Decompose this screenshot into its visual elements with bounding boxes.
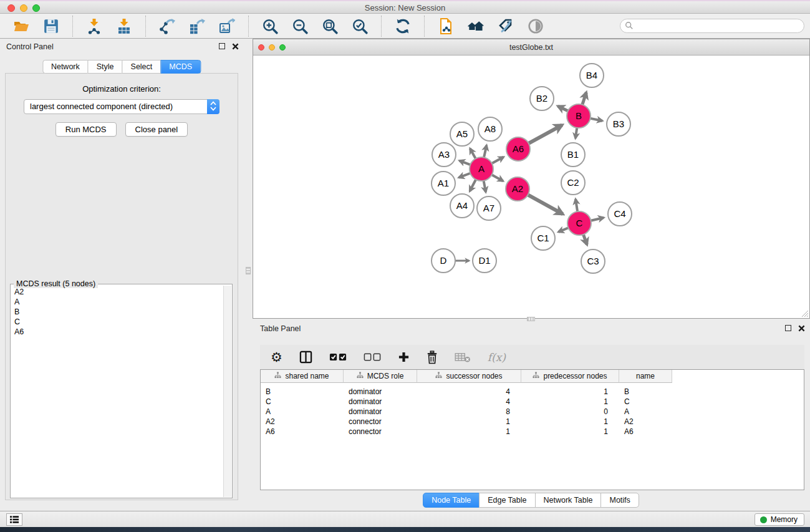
delete-column-icon[interactable] [427, 349, 438, 365]
table-cell[interactable]: 4 [417, 397, 521, 407]
column-header-MCDS-role[interactable]: MCDS role [344, 370, 417, 383]
table-row[interactable]: Cdominator41C [261, 397, 804, 407]
select-all-columns-icon[interactable] [329, 349, 347, 365]
resize-corner[interactable] [801, 310, 809, 317]
tab-edge-table[interactable]: Edge Table [479, 493, 535, 508]
result-item[interactable]: A6 [14, 327, 220, 337]
edge-C-C4[interactable] [590, 218, 604, 221]
horizontal-splitter-grip[interactable] [527, 317, 535, 321]
network-canvas[interactable]: AA1A2A3A4A5A6A7A8BB1B2B3B4CC1C2C3C4DD1 [253, 56, 809, 318]
table-cell[interactable]: 4 [417, 387, 521, 397]
save-session-icon[interactable] [42, 17, 60, 35]
add-column-icon[interactable] [398, 349, 410, 365]
table-cell[interactable]: dominator [344, 397, 417, 407]
edge-A6-B[interactable] [528, 125, 562, 144]
table-row[interactable]: Bdominator41B [261, 387, 804, 397]
float-table-panel-icon[interactable] [785, 325, 791, 331]
table-cell[interactable]: 1 [521, 427, 619, 437]
edge-C-C2[interactable] [576, 199, 577, 213]
column-header-successor-nodes[interactable]: successor nodes [417, 370, 521, 383]
run-mcds-button[interactable]: Run MCDS [55, 122, 117, 137]
zoom-out-icon[interactable] [291, 17, 309, 35]
column-header-shared-name[interactable]: shared name [261, 370, 344, 383]
result-item[interactable]: A2 [14, 287, 220, 297]
table-cell[interactable]: connector [344, 427, 417, 437]
export-image-icon[interactable] [218, 17, 236, 35]
tab-select[interactable]: Select [122, 60, 162, 74]
tab-network-table[interactable]: Network Table [535, 493, 602, 508]
tab-style[interactable]: Style [88, 60, 123, 74]
zoom-in-icon[interactable] [261, 17, 279, 35]
edge-A-A5[interactable] [470, 148, 476, 160]
table-row[interactable]: A6connector11A6 [261, 427, 804, 437]
export-network-icon[interactable] [158, 17, 176, 35]
close-panel-icon[interactable] [231, 42, 239, 50]
edge-A-A1[interactable] [459, 173, 471, 178]
zoom-selected-icon[interactable] [351, 17, 369, 35]
memory-button[interactable]: Memory [755, 513, 804, 526]
table-cell[interactable]: 1 [521, 397, 619, 407]
float-panel-icon[interactable] [219, 43, 225, 49]
tab-node-table[interactable]: Node Table [423, 493, 480, 508]
table-cell[interactable]: C [619, 397, 672, 407]
criterion-select[interactable]: largest connected component (directed) [24, 99, 219, 114]
table-cell[interactable]: A2 [261, 417, 344, 427]
edge-A2-C[interactable] [527, 194, 563, 214]
result-item[interactable]: C [14, 317, 220, 327]
hide-labels-icon[interactable] [497, 17, 514, 35]
table-cell[interactable]: dominator [344, 387, 417, 397]
edge-A-A2[interactable] [491, 174, 503, 181]
tab-motifs[interactable]: Motifs [600, 493, 639, 508]
import-table-icon[interactable] [115, 17, 133, 35]
tab-mcds[interactable]: MCDS [160, 60, 201, 74]
open-session-icon[interactable] [12, 17, 30, 35]
tab-network[interactable]: Network [42, 60, 89, 74]
delete-table-icon[interactable] [455, 349, 471, 365]
unselect-all-columns-icon[interactable] [364, 349, 381, 365]
table-cell[interactable]: 1 [521, 417, 619, 427]
edge-B-B4[interactable] [582, 92, 586, 106]
edge-A-A4[interactable] [470, 178, 476, 191]
table-row[interactable]: Adominator80A [261, 407, 804, 417]
vertical-splitter-grip[interactable] [246, 267, 251, 274]
table-cell[interactable]: A6 [261, 427, 344, 437]
result-scrollbar[interactable] [223, 286, 231, 497]
table-cell[interactable]: 0 [521, 407, 619, 417]
table-cell[interactable]: A [619, 407, 672, 417]
result-item[interactable]: A [14, 297, 220, 307]
toggle-visibility-icon[interactable] [527, 17, 544, 35]
zoom-fit-icon[interactable] [321, 17, 339, 35]
function-builder-icon[interactable]: f(x) [488, 349, 506, 365]
import-network-icon[interactable] [85, 17, 103, 35]
close-table-panel-icon[interactable] [798, 324, 805, 332]
refresh-view-icon[interactable] [394, 17, 412, 35]
table-cell[interactable]: B [261, 387, 344, 397]
table-cell[interactable]: 1 [417, 417, 521, 427]
table-settings-icon[interactable]: ⚙ [271, 349, 282, 365]
edge-B-B3[interactable] [589, 118, 602, 120]
column-header-name[interactable]: name [619, 370, 672, 383]
table-cell[interactable]: 8 [417, 407, 521, 417]
close-panel-button[interactable]: Close panel [125, 122, 188, 137]
column-view-icon[interactable] [299, 349, 312, 365]
result-item[interactable]: B [14, 307, 220, 317]
task-history-button[interactable] [6, 513, 22, 526]
search-input[interactable] [620, 19, 804, 33]
edge-A-A3[interactable] [460, 161, 471, 165]
table-cell[interactable]: 1 [417, 427, 521, 437]
table-cell[interactable]: A6 [619, 427, 672, 437]
table-cell[interactable]: dominator [344, 407, 417, 417]
new-network-from-selection-icon[interactable] [437, 17, 455, 35]
table-cell[interactable]: A [261, 407, 344, 417]
edge-A-A8[interactable] [484, 145, 487, 158]
table-cell[interactable]: A2 [619, 417, 672, 427]
table-cell[interactable]: connector [344, 417, 417, 427]
table-row[interactable]: A2connector11A2 [261, 417, 804, 427]
home-view-icon[interactable] [467, 17, 485, 35]
column-header-predecessor-nodes[interactable]: predecessor nodes [521, 370, 619, 383]
export-table-icon[interactable] [188, 17, 206, 35]
table-cell[interactable]: 1 [521, 387, 619, 397]
table-cell[interactable]: B [619, 387, 672, 397]
edge-A-A6[interactable] [491, 157, 504, 164]
table-cell[interactable]: C [261, 397, 344, 407]
